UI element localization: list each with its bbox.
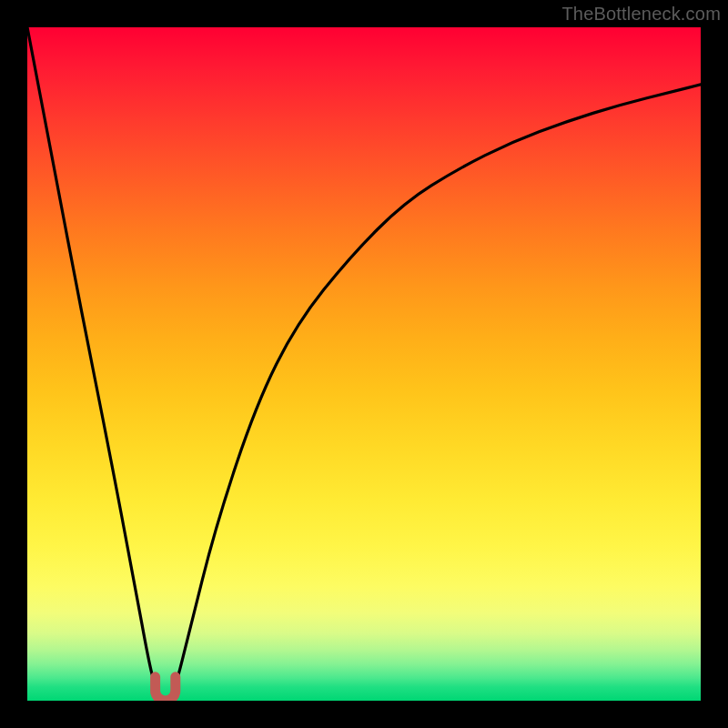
- curve-layer: [27, 27, 701, 701]
- plot-area: [27, 27, 701, 701]
- chart-frame: TheBottleneck.com: [0, 0, 728, 728]
- watermark-text: TheBottleneck.com: [561, 4, 721, 25]
- optimal-point-marker: [156, 677, 176, 701]
- bottleneck-curve: [27, 27, 701, 701]
